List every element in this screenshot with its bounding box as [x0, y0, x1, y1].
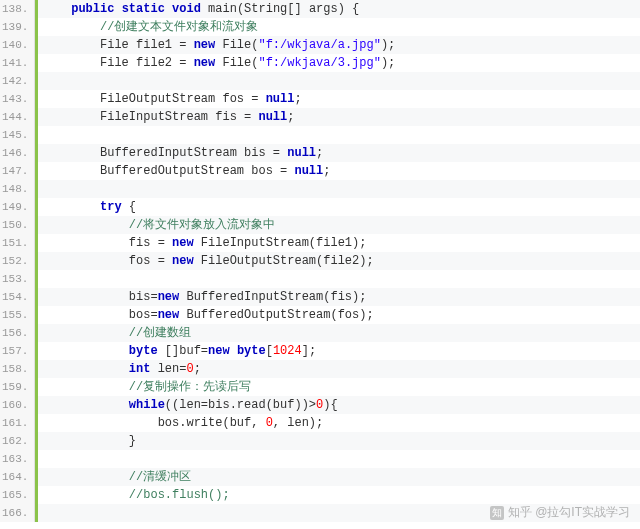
code-line: File file2 = new File("f:/wkjava/3.jpg")…: [38, 54, 640, 72]
code-token: fos =: [42, 254, 172, 268]
code-token: [42, 128, 49, 142]
code-token: [42, 470, 128, 484]
code-line: while((len=bis.read(buf))>0){: [38, 396, 640, 414]
code-line: bos.write(buf, 0, len);: [38, 414, 640, 432]
code-line: [38, 126, 640, 144]
code-token: [42, 452, 49, 466]
line-number-gutter: 138.139.140.141.142.143.144.145.146.147.…: [0, 0, 35, 522]
code-line: //清缓冲区: [38, 468, 640, 486]
code-token: ){: [323, 398, 337, 412]
code-line: public static void main(String[] args) {: [38, 0, 640, 18]
line-number: 165.: [2, 486, 28, 504]
code-token: FileOutputStream(file2);: [194, 254, 374, 268]
code-token: BufferedInputStream bis =: [42, 146, 287, 160]
code-content: public static void main(String[] args) {…: [35, 0, 640, 522]
code-line: FileInputStream fis = null;: [38, 108, 640, 126]
code-token: [: [266, 344, 273, 358]
line-number: 154.: [2, 288, 28, 306]
code-line: fis = new FileInputStream(file1);: [38, 234, 640, 252]
code-line: }: [38, 432, 640, 450]
code-token: FileInputStream fis =: [42, 110, 258, 124]
code-token: main(String[] args) {: [201, 2, 359, 16]
code-line: fos = new FileOutputStream(file2);: [38, 252, 640, 270]
line-number: 161.: [2, 414, 28, 432]
code-token: }: [42, 434, 136, 448]
code-token: 1024: [273, 344, 302, 358]
code-token: [42, 380, 128, 394]
line-number: 166.: [2, 504, 28, 522]
code-token: [42, 20, 100, 34]
code-token: 0: [266, 416, 273, 430]
code-token: ;: [323, 164, 330, 178]
code-line: File file1 = new File("f:/wkjava/a.jpg")…: [38, 36, 640, 54]
code-token: void: [172, 2, 201, 16]
line-number: 145.: [2, 126, 28, 144]
code-token: [42, 344, 128, 358]
code-token: );: [381, 56, 395, 70]
code-line: [38, 270, 640, 288]
code-token: //清缓冲区: [129, 470, 191, 484]
code-token: new: [172, 254, 194, 268]
code-token: [42, 74, 49, 88]
line-number: 140.: [2, 36, 28, 54]
code-token: null: [266, 92, 295, 106]
code-line: //复制操作：先读后写: [38, 378, 640, 396]
line-number: 160.: [2, 396, 28, 414]
line-number: 149.: [2, 198, 28, 216]
code-token: try: [100, 200, 122, 214]
code-line: bos=new BufferedOutputStream(fos);: [38, 306, 640, 324]
code-line: [38, 504, 640, 522]
code-line: BufferedOutputStream bos = null;: [38, 162, 640, 180]
code-token: new: [194, 38, 216, 52]
code-token: [42, 272, 49, 286]
code-token: //创建数组: [129, 326, 191, 340]
line-number: 153.: [2, 270, 28, 288]
line-number: 148.: [2, 180, 28, 198]
line-number: 157.: [2, 342, 28, 360]
code-token: ;: [316, 146, 323, 160]
code-line: [38, 450, 640, 468]
code-block: 138.139.140.141.142.143.144.145.146.147.…: [0, 0, 640, 522]
code-line: int len=0;: [38, 360, 640, 378]
code-token: new: [208, 344, 230, 358]
code-token: ;: [287, 110, 294, 124]
code-token: new: [158, 290, 180, 304]
code-token: null: [258, 110, 287, 124]
code-token: bos=: [42, 308, 157, 322]
code-line: byte []buf=new byte[1024];: [38, 342, 640, 360]
line-number: 143.: [2, 90, 28, 108]
code-line: [38, 72, 640, 90]
code-token: BufferedInputStream(fis);: [179, 290, 366, 304]
line-number: 158.: [2, 360, 28, 378]
code-token: BufferedOutputStream bos =: [42, 164, 294, 178]
code-token: File file1 =: [42, 38, 193, 52]
code-token: ;: [194, 362, 201, 376]
code-token: //复制操作：先读后写: [129, 380, 251, 394]
code-token: [42, 200, 100, 214]
code-token: ;: [294, 92, 301, 106]
code-token: );: [381, 38, 395, 52]
code-token: //bos.flush();: [129, 488, 230, 502]
line-number: 139.: [2, 18, 28, 36]
code-token: //将文件对象放入流对象中: [129, 218, 275, 232]
code-token: [42, 488, 128, 502]
code-token: [42, 506, 49, 520]
code-token: [42, 398, 128, 412]
code-token: ];: [302, 344, 316, 358]
code-token: byte: [237, 344, 266, 358]
code-token: "f:/wkjava/a.jpg": [258, 38, 380, 52]
code-token: [42, 362, 128, 376]
code-line: FileOutputStream fos = null;: [38, 90, 640, 108]
code-token: [42, 182, 49, 196]
code-token: BufferedOutputStream(fos);: [179, 308, 373, 322]
code-token: {: [122, 200, 136, 214]
line-number: 152.: [2, 252, 28, 270]
code-token: int: [129, 362, 151, 376]
code-token: [42, 218, 128, 232]
line-number: 155.: [2, 306, 28, 324]
line-number: 146.: [2, 144, 28, 162]
code-token: [42, 2, 71, 16]
line-number: 138.: [2, 0, 28, 18]
line-number: 150.: [2, 216, 28, 234]
code-line: //创建数组: [38, 324, 640, 342]
